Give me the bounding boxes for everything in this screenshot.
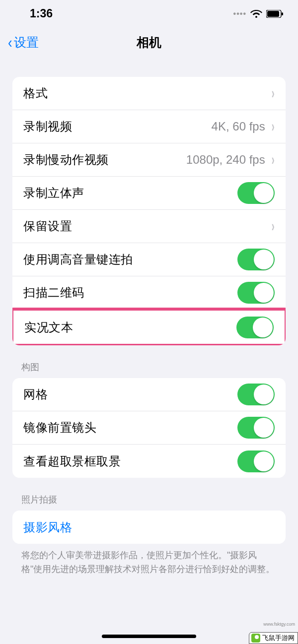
row-photographic-styles[interactable]: 摄影风格 bbox=[12, 511, 286, 544]
group-header-photo-capture: 照片拍摄 bbox=[12, 494, 286, 511]
row-label: 录制慢动作视频 bbox=[23, 152, 109, 168]
row-view-outside-frame: 查看超取景框取景 bbox=[12, 445, 286, 478]
toggle-mirror-front[interactable] bbox=[237, 417, 275, 439]
group-header-composition: 构图 bbox=[12, 361, 286, 378]
chevron-right-icon: › bbox=[271, 118, 274, 135]
row-label: 摄影风格 bbox=[23, 519, 72, 535]
row-record-slomo[interactable]: 录制慢动作视频 1080p, 240 fps › bbox=[12, 143, 286, 177]
toggle-live-text[interactable] bbox=[236, 317, 274, 338]
battery-icon bbox=[266, 10, 283, 18]
row-mirror-front: 镜像前置镜头 bbox=[12, 411, 286, 445]
wifi-icon bbox=[250, 9, 262, 18]
watermark-text: 飞鼠手游网 bbox=[262, 634, 295, 643]
settings-group-main: 格式 › 录制视频 4K, 60 fps › 录制慢动作视频 1080p, 24… bbox=[12, 77, 286, 345]
row-stereo: 录制立体声 bbox=[12, 177, 286, 210]
home-indicator[interactable] bbox=[102, 635, 196, 638]
back-button[interactable]: ‹ 设置 bbox=[7, 34, 39, 51]
row-label: 查看超取景框取景 bbox=[23, 453, 121, 469]
group-footer-styles: 将您的个人审美带进摄影作品，使照片更加个性化。"摄影风格"使用先进的场景理解技术… bbox=[12, 544, 286, 577]
row-preserve-settings[interactable]: 保留设置 › bbox=[12, 210, 286, 243]
page-title: 相机 bbox=[137, 34, 161, 51]
toggle-stereo[interactable] bbox=[237, 182, 275, 204]
toggle-grid[interactable] bbox=[237, 384, 275, 405]
status-bar: 1:36 •••• bbox=[0, 0, 298, 27]
row-record-video[interactable]: 录制视频 4K, 60 fps › bbox=[12, 110, 286, 143]
row-label: 使用调高音量键连拍 bbox=[23, 252, 133, 267]
row-label: 格式 bbox=[23, 85, 48, 101]
row-label: 实况文本 bbox=[24, 320, 73, 335]
chevron-right-icon: › bbox=[271, 84, 274, 102]
watermark-url: www.fsktgy.com bbox=[263, 622, 295, 627]
row-value: 1080p, 240 fps bbox=[186, 153, 265, 167]
settings-group-photo-capture: 摄影风格 bbox=[12, 511, 286, 544]
row-label: 网格 bbox=[23, 386, 48, 402]
row-live-text: 实况文本 bbox=[13, 311, 285, 344]
status-time: 1:36 bbox=[30, 7, 53, 20]
settings-group-composition: 网格 镜像前置镜头 查看超取景框取景 bbox=[12, 378, 286, 478]
back-label: 设置 bbox=[14, 34, 39, 51]
row-label: 录制立体声 bbox=[23, 185, 84, 201]
status-right: •••• bbox=[233, 9, 283, 18]
svg-rect-2 bbox=[282, 12, 283, 15]
row-label: 保留设置 bbox=[23, 218, 72, 234]
row-label: 录制视频 bbox=[23, 119, 72, 134]
row-volume-burst: 使用调高音量键连拍 bbox=[12, 243, 286, 276]
chevron-right-icon: › bbox=[271, 151, 274, 169]
toggle-volume-burst[interactable] bbox=[237, 249, 275, 270]
chevron-right-icon: › bbox=[271, 217, 274, 235]
cellular-dots-icon: •••• bbox=[233, 9, 246, 18]
row-label: 扫描二维码 bbox=[23, 285, 84, 301]
nav-bar: ‹ 设置 相机 bbox=[0, 27, 298, 57]
row-formats[interactable]: 格式 › bbox=[12, 77, 286, 110]
row-label: 镜像前置镜头 bbox=[23, 420, 96, 436]
toggle-qr-scan[interactable] bbox=[237, 282, 275, 304]
watermark-logo-icon bbox=[251, 634, 260, 643]
chevron-left-icon: ‹ bbox=[8, 34, 12, 50]
toggle-view-outside[interactable] bbox=[237, 451, 275, 472]
highlight-live-text: 实况文本 bbox=[12, 308, 286, 345]
row-value: 4K, 60 fps bbox=[212, 120, 265, 133]
watermark: 飞鼠手游网 bbox=[249, 632, 298, 644]
row-grid: 网格 bbox=[12, 378, 286, 411]
svg-rect-1 bbox=[267, 11, 279, 17]
row-qr-scan: 扫描二维码 bbox=[12, 276, 286, 310]
